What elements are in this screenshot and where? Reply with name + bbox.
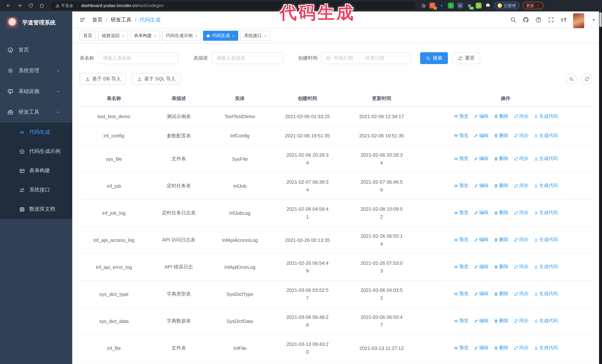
action-edit[interactable]: 编辑 bbox=[474, 133, 488, 139]
action-delete[interactable]: 删除 bbox=[494, 237, 508, 243]
sidebar-item-0[interactable]: 首页 bbox=[0, 40, 72, 60]
app-logo[interactable]: 芋道管理系统 bbox=[0, 11, 72, 34]
close-icon[interactable]: × bbox=[122, 33, 124, 38]
start-date-placeholder[interactable]: 开始日期 bbox=[334, 55, 353, 62]
table-row[interactable]: sys_file 文件表 SysFile 2021-02-06 20:28:3 … bbox=[80, 145, 593, 172]
action-generate[interactable]: 生成代码 bbox=[534, 133, 558, 139]
action-generate[interactable]: 生成代码 bbox=[534, 237, 558, 243]
action-generate[interactable]: 生成代码 bbox=[534, 113, 558, 120]
action-generate[interactable]: 生成代码 bbox=[534, 345, 558, 351]
action-edit[interactable]: 编辑 bbox=[474, 183, 488, 189]
tab-1[interactable]: 链路追踪× bbox=[98, 31, 128, 41]
sql-import-button[interactable]: 基于 SQL 导入 bbox=[132, 73, 181, 85]
bookmark-star-icon[interactable] bbox=[421, 3, 426, 8]
action-sync[interactable]: 同步 bbox=[514, 291, 528, 297]
action-preview[interactable]: 预览 bbox=[454, 156, 468, 162]
action-preview[interactable]: 预览 bbox=[454, 237, 468, 243]
action-preview[interactable]: 预览 bbox=[454, 113, 468, 120]
action-delete[interactable]: 删除 bbox=[494, 113, 508, 120]
sidebar-subitem-2[interactable]: 表单构建 bbox=[0, 161, 72, 180]
table-row[interactable]: inf_file 文件表 InfFile 2021-03-13 09:43:2 … bbox=[80, 334, 593, 362]
action-edit[interactable]: 编辑 bbox=[474, 210, 488, 216]
ext-check-icon[interactable]: ✓ bbox=[448, 3, 454, 9]
chevron-down-icon[interactable] bbox=[591, 17, 597, 23]
security-warning[interactable]: 不安全 bbox=[55, 3, 73, 8]
action-preview[interactable]: 预览 bbox=[454, 291, 468, 297]
action-sync[interactable]: 同步 bbox=[514, 345, 528, 351]
action-delete[interactable]: 删除 bbox=[494, 183, 508, 189]
table-desc-input[interactable]: 请输入表描述 bbox=[212, 52, 283, 64]
db-import-button[interactable]: 基于 DB 导入 bbox=[80, 73, 127, 85]
close-icon[interactable]: × bbox=[195, 33, 197, 38]
ext-android-icon[interactable]: ⌾ bbox=[476, 3, 482, 9]
action-preview[interactable]: 预览 bbox=[454, 345, 468, 351]
action-preview[interactable]: 预览 bbox=[454, 183, 468, 189]
table-row[interactable]: inf_config 参数配置表 InfConfig 2021-02-06 19… bbox=[80, 126, 593, 145]
action-preview[interactable]: 预览 bbox=[454, 264, 468, 270]
end-date-placeholder[interactable]: 结束日期 bbox=[365, 55, 384, 62]
tab-5[interactable]: 系统接口× bbox=[240, 31, 270, 41]
action-sync[interactable]: 同步 bbox=[514, 113, 528, 120]
action-delete[interactable]: 删除 bbox=[494, 345, 508, 351]
action-sync[interactable]: 同步 bbox=[514, 237, 528, 243]
action-delete[interactable]: 删除 bbox=[494, 133, 508, 139]
scrollbar[interactable] bbox=[599, 11, 602, 364]
action-edit[interactable]: 编辑 bbox=[474, 113, 488, 120]
action-edit[interactable]: 编辑 bbox=[474, 264, 488, 270]
help-icon[interactable] bbox=[536, 17, 542, 23]
refresh-table-button[interactable] bbox=[581, 73, 592, 84]
action-generate[interactable]: 生成代码 bbox=[534, 264, 558, 270]
search-button[interactable]: 搜索 bbox=[420, 52, 448, 64]
action-sync[interactable]: 同步 bbox=[514, 183, 528, 189]
action-delete[interactable]: 删除 bbox=[494, 318, 508, 324]
action-edit[interactable]: 编辑 bbox=[474, 291, 488, 297]
kebab-menu-icon[interactable]: ⋮ bbox=[537, 3, 540, 8]
hamburger-icon[interactable] bbox=[79, 17, 86, 23]
tab-2[interactable]: 表单构建× bbox=[130, 31, 160, 41]
breadcrumb-tools[interactable]: 研发工具 bbox=[111, 16, 131, 23]
close-icon[interactable]: × bbox=[232, 33, 235, 38]
table-row[interactable]: inf_api_access_log API 访问日志表 InfApiAcces… bbox=[80, 227, 593, 253]
action-generate[interactable]: 生成代码 bbox=[534, 318, 558, 324]
action-edit[interactable]: 编辑 bbox=[474, 318, 488, 324]
action-generate[interactable]: 生成代码 bbox=[534, 291, 558, 297]
ext-on-icon[interactable]: ▥on bbox=[466, 3, 472, 9]
avatar[interactable] bbox=[573, 13, 584, 28]
tab-0[interactable]: 首页 bbox=[80, 31, 96, 41]
reload-icon[interactable] bbox=[25, 3, 36, 8]
table-row[interactable]: sys_dict_data 字典数据表 SysDictData 2021-03-… bbox=[80, 308, 593, 334]
action-preview[interactable]: 预览 bbox=[454, 133, 468, 139]
action-sync[interactable]: 同步 bbox=[514, 210, 528, 216]
scrollbar-thumb[interactable] bbox=[599, 12, 602, 27]
sidebar-subitem-4[interactable]: 数据库文档 bbox=[0, 200, 72, 219]
action-preview[interactable]: 预览 bbox=[454, 318, 468, 324]
action-delete[interactable]: 删除 bbox=[494, 264, 508, 270]
sidebar-subitem-3[interactable]: 系统接口 bbox=[0, 180, 72, 200]
table-row[interactable]: inf_job 定时任务表 InfJob 2021-02-07 06:39:3 … bbox=[80, 172, 593, 199]
address-bar[interactable]: 不安全 dashboard.yudao.iocoder.cn/tool/code… bbox=[51, 1, 416, 10]
action-delete[interactable]: 删除 bbox=[494, 156, 508, 162]
fullscreen-icon[interactable] bbox=[548, 17, 554, 23]
search-icon[interactable] bbox=[510, 17, 516, 23]
action-generate[interactable]: 生成代码 bbox=[534, 210, 558, 216]
close-icon[interactable]: × bbox=[264, 33, 267, 38]
action-sync[interactable]: 同步 bbox=[514, 156, 528, 162]
tab-4[interactable]: 代码生成× bbox=[203, 31, 238, 41]
sidebar-item-1[interactable]: 系统管理 bbox=[0, 60, 72, 81]
action-generate[interactable]: 生成代码 bbox=[534, 183, 558, 189]
ext-puzzle-icon[interactable] bbox=[485, 3, 491, 9]
ext-gem-icon[interactable]: ♦ bbox=[439, 3, 445, 9]
action-preview[interactable]: 预览 bbox=[454, 210, 468, 216]
update-button[interactable]: 更新⋮ bbox=[523, 2, 543, 9]
font-size-icon[interactable]: тT bbox=[561, 17, 567, 23]
table-row[interactable]: sys_dict_type 字典类型表 SysDictType 2021-03-… bbox=[80, 281, 593, 308]
table-row[interactable]: tool_test_demo 测试示例表 ToolTestDemo 2021-0… bbox=[80, 107, 593, 126]
action-edit[interactable]: 编辑 bbox=[474, 237, 488, 243]
action-delete[interactable]: 删除 bbox=[494, 291, 508, 297]
action-sync[interactable]: 同步 bbox=[514, 264, 528, 270]
sidebar-subitem-1[interactable]: 代码生成示例 bbox=[0, 142, 72, 161]
action-edit[interactable]: 编辑 bbox=[474, 156, 488, 162]
paused-pill[interactable]: 已暂停 bbox=[494, 2, 519, 9]
home-icon[interactable] bbox=[36, 3, 47, 8]
sidebar-subitem-0[interactable]: 代码生成 bbox=[0, 123, 72, 142]
